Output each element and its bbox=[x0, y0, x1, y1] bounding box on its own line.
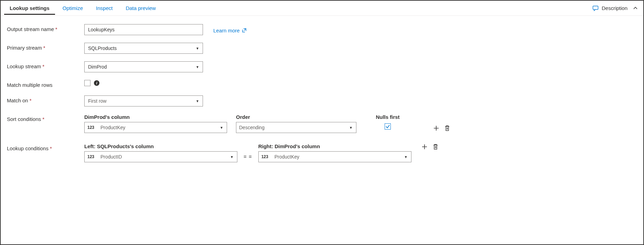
tab-data-preview[interactable]: Data preview bbox=[120, 2, 161, 15]
equals-operator: = = bbox=[244, 154, 252, 162]
delete-lookup-condition-button[interactable] bbox=[432, 143, 439, 150]
tab-lookup-settings[interactable]: Lookup settings bbox=[4, 2, 55, 15]
tab-inspect[interactable]: Inspect bbox=[90, 2, 118, 15]
chevron-down-icon: ▼ bbox=[196, 65, 199, 69]
datatype-integer-icon: 123 bbox=[87, 154, 97, 159]
lookup-left-header: Left: SQLProducts's column bbox=[84, 143, 237, 149]
lookup-stream-select[interactable]: DimProd ▼ bbox=[84, 61, 203, 72]
chevron-down-icon: ▼ bbox=[230, 155, 234, 159]
svg-rect-0 bbox=[593, 6, 598, 9]
learn-more-link[interactable]: Learn more bbox=[213, 26, 247, 33]
sort-column-select[interactable]: 123 ProductKey ▼ bbox=[84, 122, 227, 133]
match-on-select[interactable]: First row ▼ bbox=[84, 95, 203, 106]
add-lookup-condition-button[interactable] bbox=[421, 143, 428, 150]
tab-optimize[interactable]: Optimize bbox=[57, 2, 88, 15]
description-button[interactable]: Description bbox=[589, 3, 631, 14]
lookup-right-column-select[interactable]: 123 ProductKey ▼ bbox=[258, 151, 411, 162]
datatype-integer-icon: 123 bbox=[261, 154, 271, 159]
description-label: Description bbox=[602, 5, 627, 11]
sort-order-select[interactable]: Descending ▼ bbox=[236, 122, 356, 133]
primary-stream-label: Primary stream* bbox=[7, 43, 84, 51]
nulls-first-checkbox[interactable] bbox=[385, 123, 391, 130]
output-stream-name-label: Output stream name* bbox=[7, 24, 84, 32]
lookup-left-column-select[interactable]: 123 ProductID ▼ bbox=[84, 151, 237, 162]
match-on-label: Match on* bbox=[7, 95, 84, 103]
tab-bar: Lookup settings Optimize Inspect Data pr… bbox=[1, 1, 643, 16]
primary-stream-select[interactable]: SQLProducts ▼ bbox=[84, 43, 203, 54]
sort-order-header: Order bbox=[236, 114, 356, 120]
datatype-integer-icon: 123 bbox=[87, 125, 97, 130]
delete-sort-condition-button[interactable] bbox=[444, 125, 451, 132]
info-icon[interactable]: i bbox=[94, 80, 99, 86]
nulls-first-header: Nulls first bbox=[376, 114, 399, 120]
chevron-down-icon: ▼ bbox=[404, 155, 408, 159]
match-multiple-rows-checkbox[interactable] bbox=[84, 80, 90, 86]
chevron-down-icon: ▼ bbox=[196, 99, 199, 103]
lookup-stream-label: Lookup stream* bbox=[7, 61, 84, 69]
match-multiple-rows-label: Match multiple rows bbox=[7, 80, 84, 88]
chevron-down-icon: ▼ bbox=[220, 126, 223, 130]
lookup-conditions-label: Lookup conditions* bbox=[7, 143, 84, 151]
comment-icon bbox=[592, 5, 599, 12]
sort-column-header: DimProd's column bbox=[84, 114, 227, 120]
lookup-right-header: Right: DimProd's column bbox=[258, 143, 411, 149]
add-sort-condition-button[interactable] bbox=[433, 125, 440, 132]
output-stream-name-input[interactable]: LookupKeys bbox=[84, 24, 203, 35]
chevron-down-icon: ▼ bbox=[349, 126, 353, 130]
chevron-down-icon: ▼ bbox=[196, 47, 199, 50]
sort-conditions-label: Sort conditions* bbox=[7, 114, 84, 122]
collapse-panel-button[interactable] bbox=[631, 6, 640, 11]
external-link-icon bbox=[242, 28, 247, 33]
